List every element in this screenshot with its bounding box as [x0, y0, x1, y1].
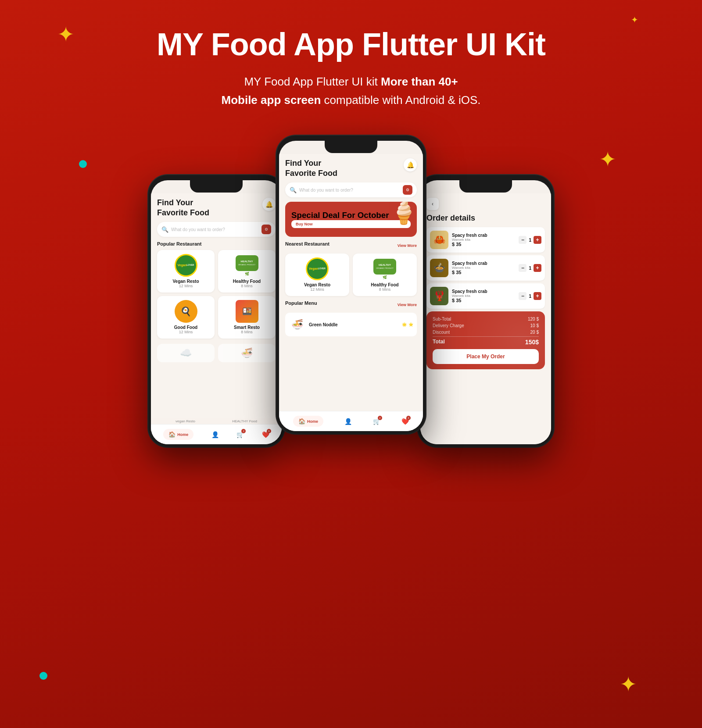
right-back-button[interactable]: ‹ — [426, 198, 439, 210]
right-item-3-sub: Waroek kita — [452, 294, 519, 298]
center-healthy-time: 8 Mins — [357, 287, 412, 292]
right-item-1-qty: − 1 + — [519, 236, 541, 244]
left-home-label: Home — [177, 432, 188, 437]
right-item-3-qty-num: 1 — [529, 294, 531, 299]
center-vegan-time: 12 Mins — [290, 287, 345, 292]
center-nearest-view-more[interactable]: View More — [398, 243, 417, 248]
left-smart-time: 8 Mins — [222, 330, 271, 334]
phone-left: Find YourFavorite Food 🔔 🔍 What do you w… — [148, 175, 284, 447]
right-item-1-plus[interactable]: + — [534, 236, 541, 244]
left-vegan-time: 12 Mins — [161, 284, 210, 288]
center-nav-heart-wrap[interactable]: ❤️ 3 — [401, 418, 409, 425]
left-nav-home[interactable]: 🏠 Home — [163, 429, 193, 440]
right-item-2-info: Spacy fresh crab Waroek kita $ 35 — [452, 261, 519, 275]
right-item-2-name: Spacy fresh crab — [452, 261, 519, 266]
right-item-2-minus[interactable]: − — [519, 264, 526, 272]
phone-right-screen-content: ‹ Order details 🦀 Spacy fresh crab Waroe… — [420, 193, 551, 444]
right-order-item-1: 🦀 Spacy fresh crab Waroek kita $ 35 − 1 … — [426, 227, 545, 253]
right-item-1-img: 🦀 — [430, 231, 448, 249]
right-total-row: Total 150$ — [433, 336, 539, 346]
right-delivery-val: 10 $ — [530, 323, 539, 328]
center-banner-image: 🍦 — [389, 202, 417, 226]
left-goodfood-logo: 🍳 — [175, 300, 197, 323]
center-nav-cart-wrap[interactable]: 🛒 2 — [373, 418, 380, 425]
left-partial-card-2: 🍜 — [218, 344, 276, 362]
right-item-3-info: Spacy fresh crab Waroek kita $ 35 — [452, 289, 519, 303]
left-nav-heart-wrap[interactable]: ❤️ 3 — [262, 431, 269, 439]
left-partial-label-2: HEALTHY Food — [232, 419, 257, 423]
phone-left-content: Find YourFavorite Food 🔔 🔍 What do you w… — [151, 193, 282, 444]
center-bell-icon[interactable]: 🔔 — [404, 158, 417, 171]
phone-center: Find YourFavorite Food 🔔 🔍 What do you w… — [276, 136, 426, 434]
left-search-icon: 🔍 — [161, 226, 168, 233]
left-search-bar[interactable]: 🔍 What do you want to order? ⚙ — [157, 222, 276, 237]
left-screen-header: Find YourFavorite Food 🔔 — [157, 198, 276, 218]
left-nav-person[interactable]: 👤 — [211, 431, 219, 438]
right-discount-label: Discount — [433, 330, 450, 335]
right-item-2-sub: Waroek kita — [452, 266, 519, 270]
right-item-2-plus[interactable]: + — [534, 264, 541, 272]
left-heart-badge: 3 — [267, 429, 271, 433]
left-search-placeholder: What do you want to order? — [171, 227, 261, 232]
left-healthy-name: Healthy Food — [222, 279, 271, 284]
left-healthy-logo: HEALTHYORGANIC PRODUCT — [236, 255, 258, 271]
left-filter-icon[interactable]: ⚙ — [261, 225, 271, 234]
center-popular-menu-header: Popular Menu View More — [285, 300, 417, 309]
right-item-1-minus[interactable]: − — [519, 236, 526, 244]
phone-right-screen: ‹ Order details 🦀 Spacy fresh crab Waroe… — [420, 180, 551, 444]
center-filter-icon[interactable]: ⚙ — [403, 185, 412, 195]
page-subtitle: MY Food App Flutter UI kit More than 40+… — [215, 73, 487, 109]
center-card-healthy[interactable]: HEALTHYORGANIC PRODUCT 🌿 Healthy Food 8 … — [353, 253, 417, 296]
center-screen-title: Find YourFavorite Food — [285, 158, 337, 178]
phone-center-screen-content: Find YourFavorite Food 🔔 🔍 What do you w… — [279, 154, 423, 431]
phone-left-screen-content: Find YourFavorite Food 🔔 🔍 What do you w… — [151, 193, 282, 444]
center-search-bar[interactable]: 🔍 What do you want to order? ⚙ — [285, 182, 417, 197]
phone-left-screen: Find YourFavorite Food 🔔 🔍 What do you w… — [151, 180, 282, 444]
left-smart-logo-wrap: 🍱 — [234, 300, 260, 322]
right-total-val: 150$ — [525, 339, 539, 346]
left-card-vegan[interactable]: Vegan LOVER Vegan Resto 12 Mins — [157, 250, 215, 293]
center-nav-home[interactable]: 🏠 Home — [293, 416, 323, 427]
left-bell-icon[interactable]: 🔔 — [262, 198, 276, 211]
left-vegan-name: Vegan Resto — [161, 279, 210, 284]
center-menu-item-name: Green Noddle — [309, 322, 402, 327]
center-card-vegan[interactable]: Vegan LOVER Vegan Resto 12 Mins — [285, 253, 349, 296]
right-discount-val: 20 $ — [530, 330, 539, 335]
left-card-healthy[interactable]: HEALTHYORGANIC PRODUCT 🌿 Healthy Food 8 … — [218, 250, 276, 293]
left-partial-labels: vegan Resto HEALTHY Food — [151, 418, 282, 424]
right-item-1-price: $ 35 — [452, 242, 519, 247]
phone-center-content: Find YourFavorite Food 🔔 🔍 What do you w… — [279, 154, 423, 431]
center-nav-person[interactable]: 👤 — [344, 418, 352, 425]
right-item-1-name: Spacy fresh crab — [452, 233, 519, 238]
right-item-3-img: 🦞 — [430, 287, 448, 305]
left-cart-badge: 2 — [241, 429, 246, 433]
center-promo-banner: Special Deal For October Buy Now 🍦 — [285, 202, 417, 237]
page-title: MY Food App Flutter UI Kit — [9, 26, 693, 62]
right-place-order-btn[interactable]: Place My Order — [433, 349, 539, 364]
left-card-smart[interactable]: 🍱 Smart Resto 8 Mins — [218, 296, 276, 339]
right-item-2-img: 🍲 — [430, 259, 448, 277]
left-goodfood-name: Good Food — [161, 325, 210, 330]
right-delivery-label: Delivery Charge — [433, 323, 464, 328]
left-nav-cart-wrap[interactable]: 🛒 2 — [236, 431, 244, 439]
center-heart-badge: 3 — [406, 416, 411, 420]
right-subtotal-val: 120 $ — [528, 317, 539, 321]
left-partial-label-1: vegan Resto — [176, 419, 195, 423]
center-nearest-header: Nearest Restaurant View More — [285, 241, 417, 250]
right-subtotal-row: Sub-Total 120 $ — [433, 317, 539, 321]
center-home-icon: 🏠 — [298, 418, 305, 425]
center-cart-badge: 2 — [378, 416, 382, 420]
right-item-3-plus[interactable]: + — [534, 292, 541, 300]
left-healthy-time: 8 Mins — [222, 284, 271, 288]
right-item-3-minus[interactable]: − — [519, 292, 526, 300]
phone-left-notch — [190, 180, 243, 193]
center-search-placeholder: What do you want to order? — [299, 188, 403, 193]
left-card-goodfood[interactable]: 🍳 Good Food 12 Mins — [157, 296, 215, 339]
left-goodfood-logo-wrap: 🍳 — [173, 300, 199, 322]
center-popular-view-more[interactable]: View More — [398, 303, 417, 307]
right-item-1-sub: Waroek kita — [452, 238, 519, 242]
right-subtotal-label: Sub-Total — [433, 317, 451, 321]
phones-container: Find YourFavorite Food 🔔 🔍 What do you w… — [0, 118, 702, 482]
center-search-icon: 🔍 — [290, 187, 297, 193]
center-menu-item-noodle[interactable]: 🍜 Green Noddle 🌟 ⭐ — [285, 313, 417, 336]
